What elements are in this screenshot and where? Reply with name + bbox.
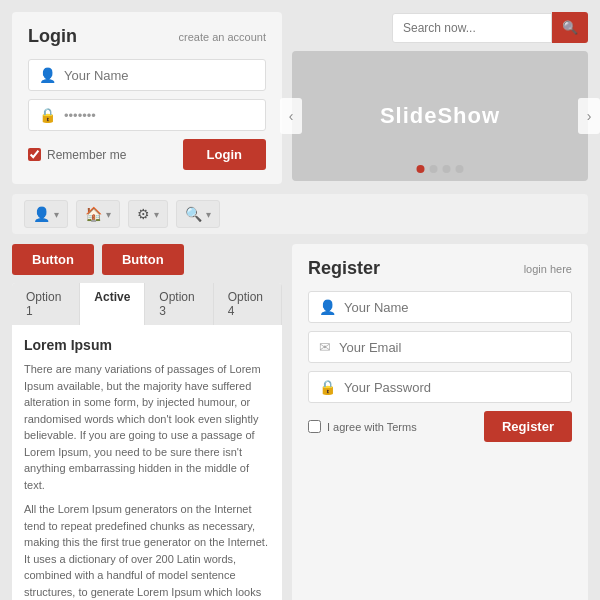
nav-search-item[interactable]: 🔍 ▾ bbox=[176, 200, 220, 228]
nav-settings-item[interactable]: ⚙ ▾ bbox=[128, 200, 168, 228]
slide-dots bbox=[417, 165, 464, 173]
search-input[interactable] bbox=[403, 21, 541, 35]
register-header: Register login here bbox=[308, 258, 572, 279]
slideshow-label: SlideShow bbox=[380, 103, 500, 129]
tab-content-title: Lorem Ipsum bbox=[24, 337, 270, 353]
button-group: Button Button bbox=[12, 244, 282, 275]
user-nav-icon: 👤 bbox=[33, 206, 50, 222]
login-footer: Remember me Login bbox=[28, 139, 266, 170]
reg-email-icon: ✉ bbox=[319, 339, 331, 355]
search-bar: 🔍 bbox=[292, 12, 588, 43]
button-1[interactable]: Button bbox=[12, 244, 94, 275]
login-name-input[interactable] bbox=[64, 68, 255, 83]
tab-option3[interactable]: Option 3 bbox=[145, 283, 213, 325]
register-title: Register bbox=[308, 258, 380, 279]
buttons-tabs-section: Button Button Option 1 Active Option 3 O… bbox=[12, 244, 282, 600]
remember-me-checkbox[interactable] bbox=[28, 148, 41, 161]
login-password-input[interactable] bbox=[64, 108, 255, 123]
home-nav-arrow: ▾ bbox=[106, 209, 111, 220]
remember-me-text: Remember me bbox=[47, 148, 126, 162]
reg-lock-icon: 🔒 bbox=[319, 379, 336, 395]
dot-2[interactable] bbox=[430, 165, 438, 173]
create-account-link[interactable]: create an account bbox=[179, 31, 266, 43]
tab-option1[interactable]: Option 1 bbox=[12, 283, 80, 325]
register-panel: Register login here 👤 ✉ 🔒 I agree with T… bbox=[292, 244, 588, 600]
nav-home-item[interactable]: 🏠 ▾ bbox=[76, 200, 120, 228]
button-2[interactable]: Button bbox=[102, 244, 184, 275]
tab-content: Lorem Ipsum There are many variations of… bbox=[12, 325, 282, 600]
dot-1[interactable] bbox=[417, 165, 425, 173]
navbar-row: 👤 ▾ 🏠 ▾ ⚙ ▾ 🔍 ▾ bbox=[12, 194, 588, 234]
register-password-input-group: 🔒 bbox=[308, 371, 572, 403]
register-email-input-group: ✉ bbox=[308, 331, 572, 363]
login-here-link[interactable]: login here bbox=[524, 263, 572, 275]
lock-icon: 🔒 bbox=[39, 107, 56, 123]
search-input-wrap bbox=[392, 13, 552, 43]
home-nav-icon: 🏠 bbox=[85, 206, 102, 222]
dot-4[interactable] bbox=[456, 165, 464, 173]
login-title: Login bbox=[28, 26, 77, 47]
slide-prev-button[interactable]: ‹ bbox=[280, 98, 302, 134]
login-name-input-group: 👤 bbox=[28, 59, 266, 91]
tab-option4[interactable]: Option 4 bbox=[214, 283, 282, 325]
tab-headers: Option 1 Active Option 3 Option 4 bbox=[12, 283, 282, 325]
gear-nav-arrow: ▾ bbox=[154, 209, 159, 220]
remember-me-label: Remember me bbox=[28, 148, 126, 162]
right-top-section: 🔍 ‹ SlideShow › bbox=[292, 12, 588, 184]
register-name-input[interactable] bbox=[344, 300, 561, 315]
nav-user-item[interactable]: 👤 ▾ bbox=[24, 200, 68, 228]
slide-next-button[interactable]: › bbox=[578, 98, 600, 134]
login-panel: Login create an account 👤 🔒 Remember me … bbox=[12, 12, 282, 184]
gear-nav-icon: ⚙ bbox=[137, 206, 150, 222]
register-button[interactable]: Register bbox=[484, 411, 572, 442]
login-header: Login create an account bbox=[28, 26, 266, 47]
agree-terms-text: I agree with Terms bbox=[327, 421, 417, 433]
agree-terms-checkbox[interactable] bbox=[308, 420, 321, 433]
search-nav-icon: 🔍 bbox=[185, 206, 202, 222]
user-icon: 👤 bbox=[39, 67, 56, 83]
search-button[interactable]: 🔍 bbox=[552, 12, 588, 43]
login-password-input-group: 🔒 bbox=[28, 99, 266, 131]
tab-active[interactable]: Active bbox=[80, 283, 145, 325]
tab-paragraph-1: There are many variations of passages of… bbox=[24, 361, 270, 493]
dot-3[interactable] bbox=[443, 165, 451, 173]
register-footer: I agree with Terms Register bbox=[308, 411, 572, 442]
register-password-input[interactable] bbox=[344, 380, 561, 395]
slideshow: ‹ SlideShow › bbox=[292, 51, 588, 181]
reg-user-icon: 👤 bbox=[319, 299, 336, 315]
search-nav-arrow: ▾ bbox=[206, 209, 211, 220]
login-button[interactable]: Login bbox=[183, 139, 266, 170]
user-nav-arrow: ▾ bbox=[54, 209, 59, 220]
tab-paragraph-2: All the Lorem Ipsum generators on the In… bbox=[24, 501, 270, 600]
tabs-panel: Option 1 Active Option 3 Option 4 Lorem … bbox=[12, 283, 282, 600]
agree-terms-label: I agree with Terms bbox=[308, 420, 417, 433]
register-name-input-group: 👤 bbox=[308, 291, 572, 323]
register-email-input[interactable] bbox=[339, 340, 561, 355]
